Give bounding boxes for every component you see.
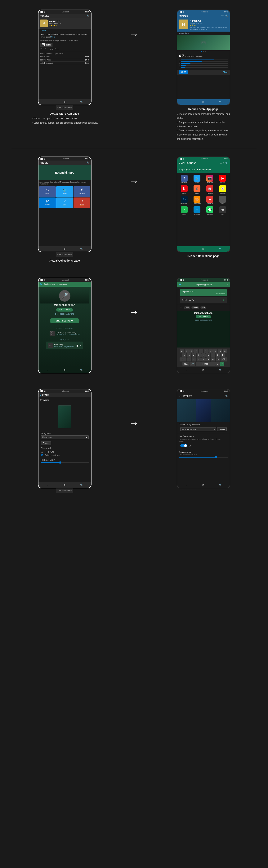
key-r[interactable]: r [194,349,198,353]
app-store[interactable]: 🛍 Store [216,206,229,216]
key-n[interactable]: n [211,358,215,362]
nav-back-set[interactable]: ← [46,483,50,487]
app-instagram[interactable]: 📷 Instagram [204,174,216,184]
key-k[interactable]: k [216,353,220,357]
chip-plus[interactable]: +Ga [201,306,206,309]
nav-back-rset[interactable]: ← [184,483,188,487]
search-icon-coll[interactable]: 🔍 [87,161,89,164]
nav-search[interactable]: 🔍 [80,100,84,104]
app-youtube[interactable]: ▶ YouTube [216,174,229,184]
notification-bar[interactable]: 🐦 @gabeaul sent you a message ▾ [38,282,91,287]
nav-back-music[interactable]: ← [46,368,50,372]
key-v[interactable]: v [201,358,206,362]
nav-home-kb[interactable]: ⊞ [201,368,205,372]
nav-back[interactable]: ← [46,100,50,104]
key-shift[interactable]: ⬆ [180,358,186,362]
follow-btn[interactable]: FOLLOWING [56,307,73,312]
share-button[interactable]: ↑ Share [221,70,228,74]
bg-dropdown[interactable]: My pictures ▾ [41,435,89,439]
nav-search-r[interactable]: 🔍 [218,100,222,104]
key-mic[interactable]: 🎤 [190,362,195,366]
shuffle-btn[interactable]: SHUFFLE PLAY [50,316,79,325]
key-e[interactable]: e [189,349,193,353]
home-tile-p[interactable]: P Pinterest ★★★★ [39,197,56,208]
home-tile-shazam[interactable]: S Shazam ★★★★ [39,186,56,197]
chip-gabe[interactable]: Gabe [184,306,190,309]
menu-icon-coll[interactable]: ≡ [40,161,41,164]
nav-home-set[interactable]: ⊞ [63,483,66,487]
bg-style-dropdown[interactable]: Full screen picture ▾ [180,428,216,431]
search-icon-set[interactable]: 🔍 [225,395,228,398]
browse-btn[interactable]: Browse [41,441,51,445]
app-telegram[interactable]: ✈ Telegram [191,206,203,216]
tile-radio[interactable]: Tile picture [41,450,89,454]
home-tile-vine[interactable]: V Vine ★★★★ [56,197,73,208]
app-more[interactable]: ⋯ More [216,195,229,205]
nav-home-rcoll[interactable]: ⊞ [201,247,205,251]
nav-search-kb[interactable]: 🔍 [218,368,222,372]
key-a[interactable]: a [182,353,186,357]
key-send[interactable]: ➤ [220,362,225,366]
app-ps[interactable]: Ps PhotoShop Express [178,195,190,205]
track-1[interactable]: BAY BAY Say Say Say (Radio Edit) Michael… [50,330,80,337]
share-row[interactable]: ↑ Share [38,29,91,32]
key-l[interactable]: l [220,353,225,357]
nav-back-r[interactable]: ← [184,100,188,104]
key-w[interactable]: w [184,349,189,353]
key-b[interactable]: b [206,358,210,362]
cart-icon[interactable]: 🛒 [221,14,224,17]
install-btn-area[interactable]: M Install [38,42,91,48]
key-m[interactable]: m [216,358,220,362]
search-icon-title[interactable]: 🔍 [87,14,89,17]
nav-home-coll[interactable]: ⊞ [63,247,66,251]
nav-home[interactable]: ⊞ [63,100,66,104]
nav-search-coll[interactable]: 🔍 [80,247,84,251]
nav-back-coll[interactable]: ← [46,247,50,251]
app-snapchat[interactable]: 👻 Snapchat [216,184,229,195]
nav-home-music[interactable]: ⊞ [63,368,66,372]
transparency-slider[interactable] [41,462,89,463]
browse-btn-refined[interactable]: Browse [217,428,227,431]
app-whatsapp[interactable]: 💬 WhatsApp [204,206,216,216]
home-tile-twitter[interactable]: 🐦 Twitter ★★★★ [56,186,73,197]
menu-icon-r[interactable]: ≡ [179,14,180,17]
key-period[interactable]: . [215,362,219,366]
chip-gabriel[interactable]: Gabriel [191,306,199,309]
nav-search-music[interactable]: 🔍 [80,368,84,372]
search-icon-rcoll[interactable]: 🔍 [225,162,228,164]
key-t[interactable]: t [199,349,203,353]
key-j[interactable]: j [211,353,215,357]
send-icon[interactable]: ➤ [223,299,225,302]
bg-follow-btn[interactable]: FOLLOWING [179,314,228,319]
home-tile-red[interactable]: R Reddit ★★★★ [73,197,90,208]
key-g[interactable]: g [201,353,206,357]
nav-home-r[interactable]: ⊞ [201,100,205,104]
np-eq[interactable]: ≋ [80,344,82,347]
nav-search-rset[interactable]: 🔍 [218,483,222,487]
key-c[interactable]: c [197,358,201,362]
iap-item-3[interactable]: Unlock Chapter 3 $0.99 [40,62,89,65]
app-facebook[interactable]: f Facebook [178,174,190,184]
nav-back-rcoll[interactable]: ← [184,247,188,251]
iap-item-1[interactable]: 5 Hints Pack $1.99 [40,55,89,58]
app-colour[interactable]: 🎨 Colour Editor [191,195,203,205]
fullscreen-radio[interactable]: Full screen picture [41,454,89,457]
menu-icon-rcoll[interactable]: ≡ [179,162,180,164]
back-icon-set[interactable]: ← [179,394,182,398]
fullscreen-radio-btn[interactable] [41,454,43,456]
key-p[interactable]: p [223,349,227,353]
key-h[interactable]: h [206,353,210,357]
key-y[interactable]: y [204,349,208,353]
key-u[interactable]: u [208,349,213,353]
key-o[interactable]: o [218,349,222,353]
close-btn[interactable]: × [226,283,228,286]
key-x[interactable]: x [192,358,196,362]
nav-search-set[interactable]: 🔍 [80,483,84,487]
app-nullent[interactable]: 🎵 Nullent [191,184,203,195]
key-d[interactable]: d [192,353,196,357]
key-delete[interactable]: ⌫ [220,358,228,362]
tile-radio-btn[interactable] [41,451,43,453]
price-button[interactable]: $ 2.99 [179,70,188,74]
dense-toggle[interactable] [180,444,187,447]
iap-item-2[interactable]: 12 Hints Pack $4.49 [40,58,89,62]
